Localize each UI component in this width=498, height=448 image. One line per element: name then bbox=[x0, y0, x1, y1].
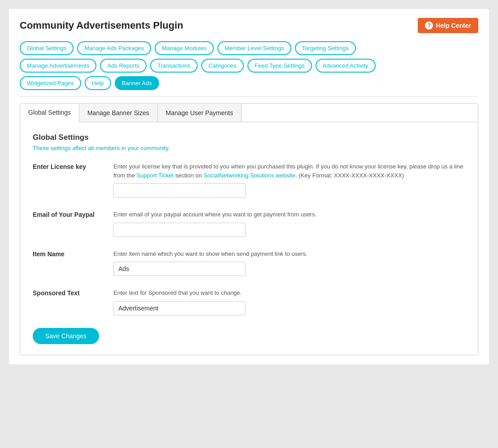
nav-btn-feed-type-settings[interactable]: Feed Type Settings bbox=[247, 59, 312, 73]
tab-content: Global Settings These settings affect al… bbox=[20, 122, 478, 355]
nav-btn-widgetized-pages[interactable]: Widgetized Pages bbox=[20, 76, 81, 90]
field-row-paypal-email: Email of Your Paypal Enter email of your… bbox=[33, 210, 465, 237]
nav-btn-ads-reports[interactable]: Ads Reports bbox=[100, 59, 147, 73]
header: Community Advertisements Plugin ? Help C… bbox=[20, 18, 478, 33]
field-desc-item-name: Enter item name which you want to show w… bbox=[113, 250, 465, 258]
content-box: Global Settings Manage Banner Sizes Mana… bbox=[20, 103, 478, 355]
field-right-paypal-email: Enter email of your paypal account where… bbox=[113, 210, 465, 237]
nav-btn-manage-modules[interactable]: Manage Modules bbox=[155, 41, 214, 55]
nav-btn-global-settings[interactable]: Global Settings bbox=[20, 41, 74, 55]
field-row-license-key: Enter License key Enter your license key… bbox=[33, 162, 465, 198]
nav-buttons: Global Settings Manage Ads Packages Mana… bbox=[20, 41, 478, 55]
nav-btn-member-level-settings[interactable]: Member Level Settings bbox=[217, 41, 291, 55]
field-row-item-name: Item Name Enter item name which you want… bbox=[33, 250, 465, 276]
field-right-item-name: Enter item name which you want to show w… bbox=[113, 250, 465, 276]
nav-buttons-row3: Widgetized Pages Help Banner Ads bbox=[20, 76, 478, 90]
sponsored-text-input[interactable] bbox=[113, 301, 246, 315]
nav-btn-targeting-settings[interactable]: Targeting Settings bbox=[295, 41, 356, 55]
section-subtitle: These settings affect all members in you… bbox=[33, 145, 465, 151]
help-icon: ? bbox=[425, 22, 433, 30]
nav-btn-help[interactable]: Help bbox=[85, 76, 111, 90]
page-title: Community Advertisements Plugin bbox=[20, 20, 183, 31]
field-label-license-key: Enter License key bbox=[33, 162, 113, 170]
save-changes-button[interactable]: Save Changes bbox=[33, 328, 99, 344]
support-ticket-link[interactable]: Support Ticket bbox=[136, 172, 173, 179]
field-label-item-name: Item Name bbox=[33, 250, 113, 258]
field-desc-paypal-email: Enter email of your paypal account where… bbox=[113, 210, 465, 219]
nav-btn-categories[interactable]: Categories bbox=[201, 59, 244, 73]
tab-manage-user-payments[interactable]: Manage User Payments bbox=[158, 103, 242, 122]
item-name-input[interactable] bbox=[113, 262, 246, 276]
nav-buttons-row2: Manage Advertisements Ads Reports Transa… bbox=[20, 59, 478, 73]
tabs: Global Settings Manage Banner Sizes Mana… bbox=[20, 103, 478, 122]
nav-btn-transactions[interactable]: Transactions bbox=[150, 59, 198, 73]
tab-manage-banner-sizes[interactable]: Manage Banner Sizes bbox=[79, 103, 158, 122]
nav-btn-manage-advertisements[interactable]: Manage Advertisements bbox=[20, 59, 96, 73]
divider bbox=[20, 96, 478, 97]
sns-website-link[interactable]: SocialNetworking.Solutions website bbox=[204, 172, 295, 179]
nav-btn-banner-ads[interactable]: Banner Ads bbox=[115, 76, 159, 90]
field-label-paypal-email: Email of Your Paypal bbox=[33, 210, 113, 218]
license-key-input[interactable] bbox=[113, 183, 246, 198]
field-desc-license-key: Enter your license key that is provided … bbox=[113, 162, 465, 180]
help-center-button[interactable]: ? Help Center bbox=[418, 18, 478, 33]
section-title: Global Settings bbox=[33, 133, 465, 142]
field-desc-sponsored-text: Enter text for Sponsored that you want t… bbox=[113, 289, 465, 297]
field-right-sponsored-text: Enter text for Sponsored that you want t… bbox=[113, 289, 465, 315]
field-label-sponsored-text: Sponsored Text bbox=[33, 289, 113, 297]
field-right-license-key: Enter your license key that is provided … bbox=[113, 162, 465, 198]
nav-btn-manage-ads-packages[interactable]: Manage Ads Packages bbox=[77, 41, 151, 55]
field-row-sponsored-text: Sponsored Text Enter text for Sponsored … bbox=[33, 289, 465, 315]
page-wrapper: Community Advertisements Plugin ? Help C… bbox=[9, 9, 489, 364]
paypal-email-input[interactable] bbox=[113, 223, 246, 237]
tab-global-settings[interactable]: Global Settings bbox=[20, 103, 79, 122]
nav-btn-advanced-activity[interactable]: Advanced Activity bbox=[316, 59, 376, 73]
